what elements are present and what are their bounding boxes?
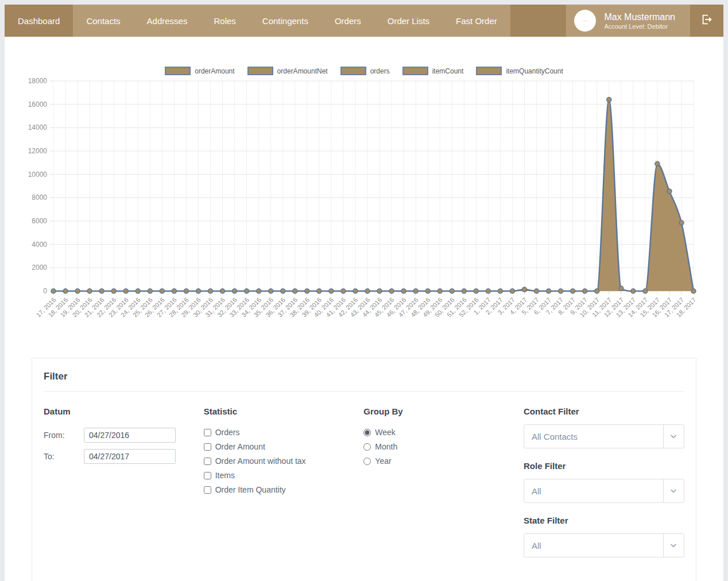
chevron-down-icon — [663, 479, 684, 502]
legend-swatch — [402, 67, 428, 75]
nav-spacer — [510, 5, 567, 37]
radio-label: Week — [375, 428, 396, 437]
svg-text:10000: 10000 — [28, 171, 48, 179]
filter-grid: Datum From: To: Statistic Orders — [44, 406, 684, 570]
to-label: To: — [44, 452, 84, 461]
legend-item-orderamountnet[interactable]: orderAmountNet — [247, 67, 328, 75]
checkbox-items[interactable]: Items — [204, 471, 358, 480]
state-filter-value: All — [524, 534, 663, 557]
page: Dashboard Contacts Addresses Roles Conti… — [5, 5, 723, 581]
chart-section: orderAmount orderAmountNet orders itemCo… — [5, 37, 723, 342]
legend-label: itemQuantityCount — [506, 67, 563, 75]
logout-button[interactable] — [690, 5, 723, 37]
nav-item-fast-order[interactable]: Fast Order — [443, 5, 510, 37]
top-navbar: Dashboard Contacts Addresses Roles Conti… — [5, 5, 723, 37]
checkbox-orders[interactable]: Orders — [204, 428, 358, 437]
checkbox-label: Order Amount — [215, 442, 265, 451]
state-filter-select[interactable]: All — [524, 533, 684, 557]
logout-icon — [700, 13, 713, 28]
legend-label: orders — [370, 67, 390, 75]
user-text: Max Mustermann Account Level: Debitor — [604, 11, 675, 30]
radio-label: Month — [375, 442, 397, 451]
group-by-header: Group By — [363, 406, 518, 416]
checkbox-order-amount[interactable]: Order Amount — [204, 442, 358, 451]
checkbox-label: Order Amount without tax — [215, 456, 306, 466]
legend-label: orderAmountNet — [277, 67, 328, 75]
nav-item-order-lists[interactable]: Order Lists — [374, 5, 443, 37]
svg-text:8000: 8000 — [32, 193, 47, 202]
svg-text:0: 0 — [43, 287, 47, 295]
statistic-header: Statistic — [204, 406, 358, 416]
from-row: From: — [44, 428, 198, 443]
statistic-column: Statistic Orders Order Amount Order Amou… — [204, 406, 358, 570]
role-filter-value: All — [524, 479, 663, 502]
date-from-input[interactable] — [84, 428, 176, 443]
legend-item-itemcount[interactable]: itemCount — [402, 67, 464, 75]
filter-card: Filter Datum From: To: Statistic — [32, 358, 696, 581]
svg-text:6000: 6000 — [32, 217, 47, 225]
order-amount-checkbox[interactable] — [204, 443, 211, 451]
to-row: To: — [44, 449, 198, 464]
svg-text:18000: 18000 — [28, 77, 48, 85]
radio-year[interactable]: Year — [363, 456, 518, 466]
avatar: ── — [574, 10, 596, 32]
date-to-input[interactable] — [84, 449, 176, 464]
role-filter-label: Role Filter — [524, 461, 684, 471]
order-amount-without-tax-checkbox[interactable] — [204, 458, 211, 465]
legend-swatch — [476, 67, 502, 75]
nav-item-contacts[interactable]: Contacts — [73, 5, 133, 37]
legend-item-orders[interactable]: orders — [340, 67, 390, 75]
order-item-quantity-checkbox[interactable] — [204, 486, 211, 494]
orders-checkbox[interactable] — [204, 429, 211, 436]
dropdown-filters-column: Contact Filter All Contacts Role Filter … — [524, 406, 684, 570]
contact-filter-value: All Contacts — [524, 425, 663, 448]
filter-title: Filter — [44, 371, 684, 382]
nav-item-addresses[interactable]: Addresses — [134, 5, 201, 37]
legend-swatch — [340, 67, 366, 75]
month-radio[interactable] — [363, 443, 371, 451]
checkbox-order-amount-without-tax[interactable]: Order Amount without tax — [204, 456, 358, 466]
checkbox-label: Items — [215, 471, 235, 480]
radio-label: Year — [375, 456, 391, 466]
radio-week[interactable]: Week — [363, 428, 518, 437]
legend-item-itemquantitycount[interactable]: itemQuantityCount — [476, 67, 563, 75]
legend-swatch — [247, 67, 273, 75]
svg-text:12000: 12000 — [28, 147, 48, 155]
user-account-level: Account Level: Debitor — [604, 22, 675, 30]
nav-item-dashboard[interactable]: Dashboard — [5, 5, 73, 37]
legend-swatch — [165, 67, 191, 75]
datum-header: Datum — [44, 406, 198, 416]
user-name: Max Mustermann — [604, 11, 675, 22]
checkbox-label: Orders — [215, 428, 240, 437]
checkbox-order-item-quantity[interactable]: Order Item Quantity — [204, 485, 358, 494]
chevron-down-icon — [663, 534, 684, 557]
datum-column: Datum From: To: — [44, 406, 198, 570]
nav-item-contingents[interactable]: Contingents — [249, 5, 322, 37]
nav-item-roles[interactable]: Roles — [200, 5, 249, 37]
svg-text:16000: 16000 — [28, 100, 48, 109]
chart-legend: orderAmount orderAmountNet orders itemCo… — [5, 67, 723, 75]
svg-text:14000: 14000 — [28, 123, 48, 131]
state-filter-label: State Filter — [524, 516, 684, 525]
legend-label: itemCount — [432, 67, 464, 75]
week-radio[interactable] — [363, 429, 371, 436]
svg-text:4000: 4000 — [32, 241, 47, 249]
role-filter-select[interactable]: All — [524, 479, 684, 503]
nav-menu: Dashboard Contacts Addresses Roles Conti… — [5, 5, 510, 37]
nav-item-orders[interactable]: Orders — [322, 5, 374, 37]
group-by-column: Group By Week Month Year — [363, 406, 518, 570]
from-label: From: — [44, 431, 84, 440]
year-radio[interactable] — [363, 458, 371, 465]
divider — [44, 391, 684, 392]
orders-area-chart: 0200040006000800010000120001400016000180… — [5, 76, 723, 342]
radio-month[interactable]: Month — [363, 442, 518, 451]
user-block[interactable]: ── Max Mustermann Account Level: Debitor — [566, 5, 690, 37]
items-checkbox[interactable] — [204, 472, 211, 479]
checkbox-label: Order Item Quantity — [215, 485, 286, 494]
legend-item-orderamount[interactable]: orderAmount — [165, 67, 234, 75]
legend-label: orderAmount — [195, 67, 234, 75]
chevron-down-icon — [663, 425, 684, 448]
svg-text:2000: 2000 — [32, 264, 47, 272]
contact-filter-label: Contact Filter — [524, 406, 684, 416]
contact-filter-select[interactable]: All Contacts — [524, 424, 684, 448]
